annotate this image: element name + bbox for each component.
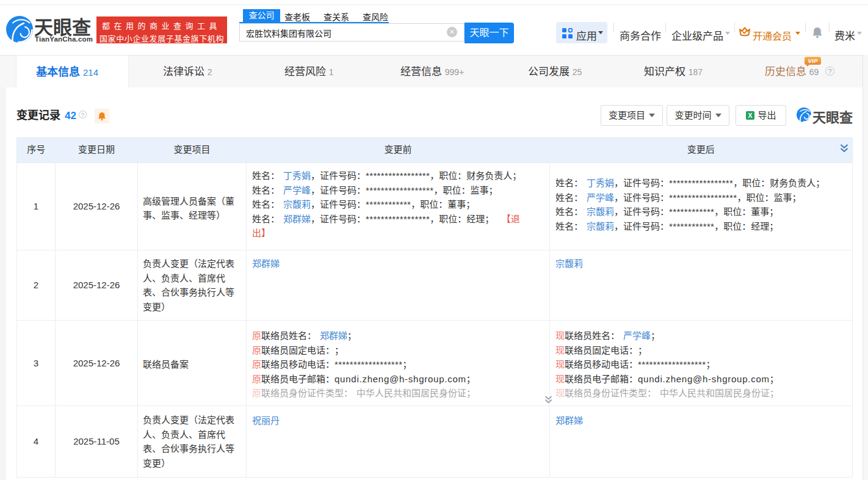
- svg-text:X: X: [748, 112, 753, 119]
